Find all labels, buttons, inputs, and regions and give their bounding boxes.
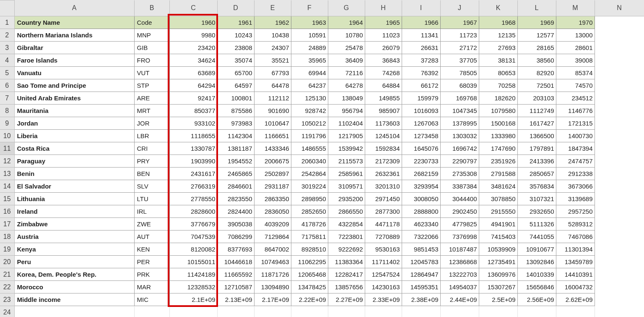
value-cell-J20[interactable]: 12386868	[440, 256, 479, 268]
country-name-cell[interactable]: Costa Rica	[14, 142, 134, 155]
cell-N12[interactable]	[595, 155, 644, 168]
row-header-9[interactable]: 9	[0, 117, 14, 130]
value-cell-I7[interactable]: 159979	[402, 92, 440, 105]
value-cell-K3[interactable]: 27693	[479, 42, 517, 54]
cell-K24[interactable]	[479, 306, 517, 317]
country-name-cell[interactable]: Gibraltar	[14, 42, 134, 54]
value-cell-I20[interactable]: 12045783	[402, 256, 440, 268]
value-cell-C3[interactable]: 23420	[169, 42, 217, 54]
country-name-cell[interactable]: Liberia	[14, 130, 134, 142]
value-cell-F16[interactable]: 2852650	[291, 205, 328, 218]
value-cell-K15[interactable]: 3078850	[479, 193, 517, 205]
cell-N8[interactable]	[595, 105, 644, 117]
row-header-8[interactable]: 8	[0, 105, 14, 117]
value-cell-I18[interactable]: 7322066	[402, 231, 440, 243]
value-cell-E8[interactable]: 901690	[254, 105, 291, 117]
value-cell-M9[interactable]: 1721315	[556, 117, 595, 130]
value-cell-F4[interactable]: 35965	[291, 54, 328, 67]
row-header-23[interactable]: 23	[0, 293, 14, 306]
country-code-cell[interactable]: MRT	[134, 105, 169, 117]
value-cell-G7[interactable]: 138049	[328, 92, 365, 105]
col-header-N[interactable]: N	[595, 0, 644, 16]
value-cell-K17[interactable]: 4941901	[479, 218, 517, 231]
value-cell-C12[interactable]: 1903990	[169, 155, 217, 168]
country-name-cell[interactable]: Kenya	[14, 243, 134, 256]
value-cell-G11[interactable]: 1539942	[328, 142, 365, 155]
cell-D24[interactable]	[217, 306, 254, 317]
country-code-cell[interactable]: PRY	[134, 155, 169, 168]
value-cell-M18[interactable]: 7467086	[556, 231, 595, 243]
value-cell-F17[interactable]: 4178726	[291, 218, 328, 231]
value-cell-D21[interactable]: 11665592	[217, 268, 254, 281]
value-cell-D17[interactable]: 3905038	[217, 218, 254, 231]
country-code-cell[interactable]: PER	[134, 256, 169, 268]
value-cell-G13[interactable]: 2585961	[328, 168, 365, 180]
value-cell-E14[interactable]: 2931187	[254, 180, 291, 193]
country-name-cell[interactable]: Morocco	[14, 281, 134, 293]
value-cell-J19[interactable]: 10187487	[440, 243, 479, 256]
cell-M24[interactable]	[556, 306, 595, 317]
value-cell-I22[interactable]: 14595351	[402, 281, 440, 293]
value-cell-H16[interactable]: 2877300	[365, 205, 402, 218]
cell-N19[interactable]	[595, 243, 644, 256]
value-cell-H2[interactable]: 11023	[365, 29, 402, 42]
value-cell-J5[interactable]: 78505	[440, 67, 479, 79]
col-header-D[interactable]: D	[217, 0, 254, 16]
row-header-14[interactable]: 14	[0, 180, 14, 193]
value-cell-M16[interactable]: 2957250	[556, 205, 595, 218]
value-cell-D22[interactable]: 12710587	[217, 281, 254, 293]
country-name-cell[interactable]: Faroe Islands	[14, 54, 134, 67]
header-year-1970[interactable]: 1970	[556, 16, 595, 29]
value-cell-J6[interactable]: 68039	[440, 79, 479, 92]
cell-L24[interactable]	[517, 306, 556, 317]
value-cell-H4[interactable]: 36843	[365, 54, 402, 67]
cell-H24[interactable]	[365, 306, 402, 317]
value-cell-E15[interactable]: 2863350	[254, 193, 291, 205]
row-header-11[interactable]: 11	[0, 142, 14, 155]
col-header-I[interactable]: I	[402, 0, 440, 16]
cell-N13[interactable]	[595, 168, 644, 180]
cell-I24[interactable]	[402, 306, 440, 317]
value-cell-L5[interactable]: 82920	[517, 67, 556, 79]
value-cell-J9[interactable]: 1378995	[440, 117, 479, 130]
cell-N22[interactable]	[595, 281, 644, 293]
value-cell-F23[interactable]: 2.22E+09	[291, 293, 328, 306]
value-cell-H23[interactable]: 2.33E+09	[365, 293, 402, 306]
country-code-cell[interactable]: BEN	[134, 168, 169, 180]
value-cell-M7[interactable]: 234512	[556, 92, 595, 105]
value-cell-H7[interactable]: 149855	[365, 92, 402, 105]
country-name-cell[interactable]: Zimbabwe	[14, 218, 134, 231]
value-cell-J23[interactable]: 2.44E+09	[440, 293, 479, 306]
value-cell-F2[interactable]: 10591	[291, 29, 328, 42]
header-year-1962[interactable]: 1962	[254, 16, 291, 29]
country-code-cell[interactable]: AUT	[134, 231, 169, 243]
value-cell-I4[interactable]: 37283	[402, 54, 440, 67]
value-cell-E16[interactable]: 2836050	[254, 205, 291, 218]
cell-N20[interactable]	[595, 256, 644, 268]
value-cell-F12[interactable]: 2060340	[291, 155, 328, 168]
value-cell-E11[interactable]: 1433346	[254, 142, 291, 155]
value-cell-D20[interactable]: 10446618	[217, 256, 254, 268]
value-cell-D23[interactable]: 2.13E+09	[217, 293, 254, 306]
value-cell-L9[interactable]: 1617427	[517, 117, 556, 130]
value-cell-H10[interactable]: 1245104	[365, 130, 402, 142]
col-header-K[interactable]: K	[479, 0, 517, 16]
value-cell-H20[interactable]: 11711402	[365, 256, 402, 268]
value-cell-H15[interactable]: 2971450	[365, 193, 402, 205]
value-cell-M3[interactable]: 28601	[556, 42, 595, 54]
cell-G24[interactable]	[328, 306, 365, 317]
cell-A24[interactable]	[14, 306, 134, 317]
cell-N10[interactable]	[595, 130, 644, 142]
value-cell-J14[interactable]: 3387384	[440, 180, 479, 193]
value-cell-D10[interactable]: 1142304	[217, 130, 254, 142]
header-year-1963[interactable]: 1963	[291, 16, 328, 29]
value-cell-I15[interactable]: 3008050	[402, 193, 440, 205]
header-year-1969[interactable]: 1969	[517, 16, 556, 29]
value-cell-F5[interactable]: 69944	[291, 67, 328, 79]
value-cell-H12[interactable]: 2172309	[365, 155, 402, 168]
value-cell-C20[interactable]: 10155011	[169, 256, 217, 268]
value-cell-I6[interactable]: 66172	[402, 79, 440, 92]
country-code-cell[interactable]: ARE	[134, 92, 169, 105]
value-cell-K8[interactable]: 1079580	[479, 105, 517, 117]
value-cell-L16[interactable]: 2932650	[517, 205, 556, 218]
